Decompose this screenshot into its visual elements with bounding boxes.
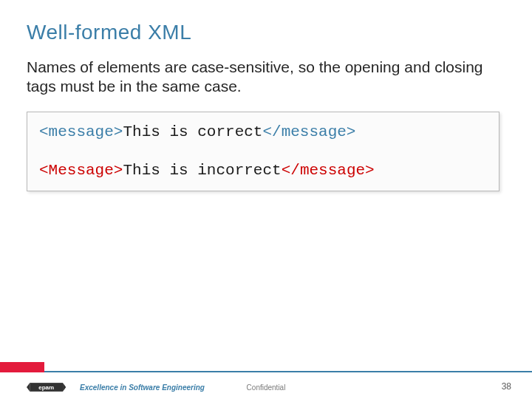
xml-open-tag: <Message>: [39, 162, 123, 179]
code-line-correct: <message>This is correct</message>: [39, 123, 487, 142]
xml-close-tag: </message>: [282, 162, 375, 179]
footer-accent-bar: [0, 362, 44, 372]
footer-divider: [0, 371, 532, 372]
slide-title: Well-formed XML: [27, 21, 505, 44]
footer-confidential: Confidential: [0, 383, 532, 392]
code-line-incorrect: <Message>This is incorrect</message>: [39, 161, 487, 180]
xml-open-tag: <message>: [39, 123, 123, 140]
code-blank-line: [39, 142, 487, 161]
code-example-box: <message>This is correct</message> <Mess…: [27, 112, 499, 192]
xml-text: This is correct: [123, 123, 262, 140]
page-number: 38: [502, 381, 511, 392]
xml-text: This is incorrect: [123, 162, 281, 179]
slide-footer: epam Excellence in Software Engineering …: [0, 359, 532, 399]
slide: Well-formed XML Names of elements are ca…: [0, 0, 532, 399]
slide-body-text: Names of elements are case-sensitive, so…: [27, 58, 499, 97]
xml-close-tag: </message>: [262, 123, 355, 140]
